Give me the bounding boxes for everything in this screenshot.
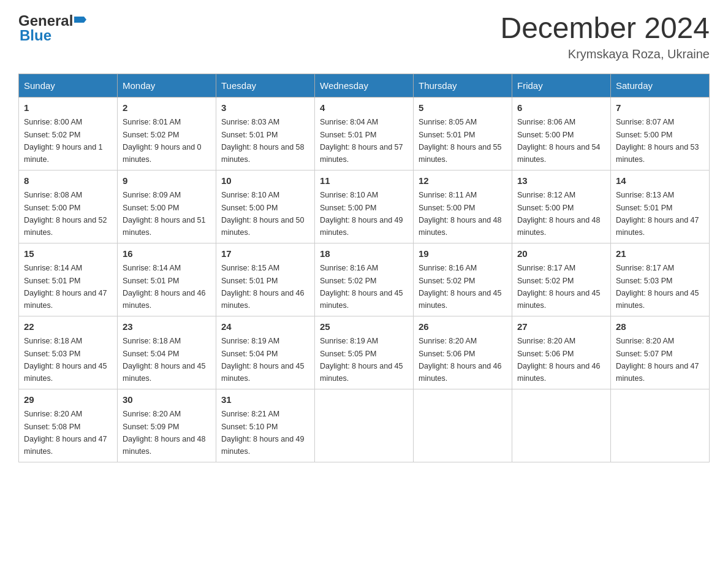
day-info: Sunrise: 8:07 AMSunset: 5:00 PMDaylight:… <box>616 118 699 164</box>
title-section: December 2024 Krymskaya Roza, Ukraine <box>500 12 710 61</box>
day-info: Sunrise: 8:18 AMSunset: 5:04 PMDaylight:… <box>123 337 206 383</box>
calendar-cell: 21 Sunrise: 8:17 AMSunset: 5:03 PMDaylig… <box>611 243 710 316</box>
month-year-title: December 2024 <box>500 12 710 45</box>
calendar-cell: 27 Sunrise: 8:20 AMSunset: 5:06 PMDaylig… <box>512 316 611 389</box>
day-number: 5 <box>419 101 507 115</box>
logo: General Blue <box>18 12 86 44</box>
calendar-cell: 23 Sunrise: 8:18 AMSunset: 5:04 PMDaylig… <box>118 316 216 389</box>
calendar-cell <box>414 389 512 462</box>
day-info: Sunrise: 8:04 AMSunset: 5:01 PMDaylight:… <box>320 118 403 164</box>
day-number: 14 <box>616 174 704 188</box>
calendar-cell: 29 Sunrise: 8:20 AMSunset: 5:08 PMDaylig… <box>19 389 118 462</box>
col-header-tuesday: Tuesday <box>216 74 315 97</box>
day-number: 28 <box>616 320 704 334</box>
day-info: Sunrise: 8:19 AMSunset: 5:04 PMDaylight:… <box>221 337 305 383</box>
calendar-cell: 18 Sunrise: 8:16 AMSunset: 5:02 PMDaylig… <box>315 243 414 316</box>
day-number: 2 <box>123 101 211 115</box>
day-info: Sunrise: 8:06 AMSunset: 5:00 PMDaylight:… <box>517 118 601 164</box>
day-number: 9 <box>123 174 211 188</box>
day-info: Sunrise: 8:18 AMSunset: 5:03 PMDaylight:… <box>24 337 107 383</box>
day-number: 3 <box>221 101 309 115</box>
day-number: 29 <box>24 393 112 407</box>
calendar-cell: 30 Sunrise: 8:20 AMSunset: 5:09 PMDaylig… <box>118 389 216 462</box>
calendar-cell: 6 Sunrise: 8:06 AMSunset: 5:00 PMDayligh… <box>512 97 611 170</box>
col-header-saturday: Saturday <box>611 74 710 97</box>
day-number: 16 <box>123 247 211 261</box>
calendar-cell: 1 Sunrise: 8:00 AMSunset: 5:02 PMDayligh… <box>19 97 118 170</box>
day-info: Sunrise: 8:01 AMSunset: 5:02 PMDaylight:… <box>123 118 202 164</box>
calendar-week-1: 1 Sunrise: 8:00 AMSunset: 5:02 PMDayligh… <box>19 97 710 170</box>
calendar-cell: 25 Sunrise: 8:19 AMSunset: 5:05 PMDaylig… <box>315 316 414 389</box>
day-info: Sunrise: 8:15 AMSunset: 5:01 PMDaylight:… <box>221 264 305 310</box>
day-info: Sunrise: 8:05 AMSunset: 5:01 PMDaylight:… <box>419 118 502 164</box>
calendar-cell: 24 Sunrise: 8:19 AMSunset: 5:04 PMDaylig… <box>216 316 315 389</box>
day-info: Sunrise: 8:11 AMSunset: 5:00 PMDaylight:… <box>419 191 502 237</box>
day-info: Sunrise: 8:20 AMSunset: 5:07 PMDaylight:… <box>616 337 699 383</box>
calendar-week-5: 29 Sunrise: 8:20 AMSunset: 5:08 PMDaylig… <box>19 389 710 462</box>
day-number: 20 <box>517 247 605 261</box>
calendar-cell: 19 Sunrise: 8:16 AMSunset: 5:02 PMDaylig… <box>414 243 512 316</box>
day-info: Sunrise: 8:10 AMSunset: 5:00 PMDaylight:… <box>221 191 305 237</box>
day-info: Sunrise: 8:03 AMSunset: 5:01 PMDaylight:… <box>221 118 305 164</box>
day-number: 25 <box>320 320 408 334</box>
day-info: Sunrise: 8:13 AMSunset: 5:01 PMDaylight:… <box>616 191 699 237</box>
day-info: Sunrise: 8:09 AMSunset: 5:00 PMDaylight:… <box>123 191 206 237</box>
col-header-monday: Monday <box>118 74 216 97</box>
calendar-cell: 31 Sunrise: 8:21 AMSunset: 5:10 PMDaylig… <box>216 389 315 462</box>
calendar-cell: 2 Sunrise: 8:01 AMSunset: 5:02 PMDayligh… <box>118 97 216 170</box>
day-number: 18 <box>320 247 408 261</box>
day-number: 8 <box>24 174 112 188</box>
page-header: General Blue December 2024 Krymskaya Roz… <box>18 12 710 61</box>
day-number: 27 <box>517 320 605 334</box>
calendar-cell: 9 Sunrise: 8:09 AMSunset: 5:00 PMDayligh… <box>118 170 216 243</box>
calendar-cell: 20 Sunrise: 8:17 AMSunset: 5:02 PMDaylig… <box>512 243 611 316</box>
col-header-thursday: Thursday <box>414 74 512 97</box>
svg-marker-1 <box>84 17 86 23</box>
calendar-cell: 28 Sunrise: 8:20 AMSunset: 5:07 PMDaylig… <box>611 316 710 389</box>
svg-marker-0 <box>74 17 84 23</box>
day-number: 30 <box>123 393 211 407</box>
calendar-cell: 14 Sunrise: 8:13 AMSunset: 5:01 PMDaylig… <box>611 170 710 243</box>
day-info: Sunrise: 8:00 AMSunset: 5:02 PMDaylight:… <box>24 118 103 164</box>
day-number: 6 <box>517 101 605 115</box>
day-info: Sunrise: 8:14 AMSunset: 5:01 PMDaylight:… <box>123 264 206 310</box>
day-number: 21 <box>616 247 704 261</box>
calendar-cell: 10 Sunrise: 8:10 AMSunset: 5:00 PMDaylig… <box>216 170 315 243</box>
calendar-cell: 17 Sunrise: 8:15 AMSunset: 5:01 PMDaylig… <box>216 243 315 316</box>
calendar-table: SundayMondayTuesdayWednesdayThursdayFrid… <box>18 74 710 462</box>
day-info: Sunrise: 8:20 AMSunset: 5:06 PMDaylight:… <box>517 337 601 383</box>
day-info: Sunrise: 8:16 AMSunset: 5:02 PMDaylight:… <box>419 264 502 310</box>
day-number: 24 <box>221 320 309 334</box>
calendar-cell: 11 Sunrise: 8:10 AMSunset: 5:00 PMDaylig… <box>315 170 414 243</box>
col-header-wednesday: Wednesday <box>315 74 414 97</box>
day-number: 17 <box>221 247 309 261</box>
day-number: 15 <box>24 247 112 261</box>
location-subtitle: Krymskaya Roza, Ukraine <box>500 47 710 61</box>
day-info: Sunrise: 8:17 AMSunset: 5:03 PMDaylight:… <box>616 264 699 310</box>
day-info: Sunrise: 8:16 AMSunset: 5:02 PMDaylight:… <box>320 264 403 310</box>
day-number: 1 <box>24 101 112 115</box>
calendar-cell: 5 Sunrise: 8:05 AMSunset: 5:01 PMDayligh… <box>414 97 512 170</box>
calendar-cell: 22 Sunrise: 8:18 AMSunset: 5:03 PMDaylig… <box>19 316 118 389</box>
calendar-cell: 12 Sunrise: 8:11 AMSunset: 5:00 PMDaylig… <box>414 170 512 243</box>
calendar-cell: 8 Sunrise: 8:08 AMSunset: 5:00 PMDayligh… <box>19 170 118 243</box>
calendar-week-4: 22 Sunrise: 8:18 AMSunset: 5:03 PMDaylig… <box>19 316 710 389</box>
day-info: Sunrise: 8:19 AMSunset: 5:05 PMDaylight:… <box>320 337 403 383</box>
day-number: 22 <box>24 320 112 334</box>
calendar-cell: 26 Sunrise: 8:20 AMSunset: 5:06 PMDaylig… <box>414 316 512 389</box>
calendar-week-2: 8 Sunrise: 8:08 AMSunset: 5:00 PMDayligh… <box>19 170 710 243</box>
calendar-cell <box>611 389 710 462</box>
day-number: 31 <box>221 393 309 407</box>
calendar-cell: 16 Sunrise: 8:14 AMSunset: 5:01 PMDaylig… <box>118 243 216 316</box>
day-number: 23 <box>123 320 211 334</box>
day-number: 13 <box>517 174 605 188</box>
day-info: Sunrise: 8:10 AMSunset: 5:00 PMDaylight:… <box>320 191 403 237</box>
day-info: Sunrise: 8:17 AMSunset: 5:02 PMDaylight:… <box>517 264 601 310</box>
calendar-cell: 4 Sunrise: 8:04 AMSunset: 5:01 PMDayligh… <box>315 97 414 170</box>
day-info: Sunrise: 8:08 AMSunset: 5:00 PMDaylight:… <box>24 191 107 237</box>
logo-blue-text: Blue <box>20 27 51 44</box>
calendar-cell <box>512 389 611 462</box>
calendar-cell: 15 Sunrise: 8:14 AMSunset: 5:01 PMDaylig… <box>19 243 118 316</box>
col-header-sunday: Sunday <box>19 74 118 97</box>
day-number: 4 <box>320 101 408 115</box>
